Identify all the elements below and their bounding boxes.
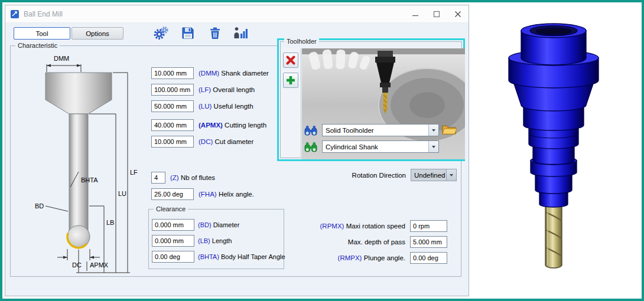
label-shank-diameter: Shank diameter [221, 70, 269, 77]
toolholder-group: Toolholder [280, 41, 462, 158]
body-half-taper-input[interactable] [152, 251, 194, 263]
overall-length-input[interactable] [151, 84, 194, 96]
code-bd: (BD) [198, 221, 212, 228]
minimize-icon [412, 11, 419, 18]
clearance-group-label: Clearance [154, 205, 188, 213]
dim-label-bd: BD [35, 202, 44, 210]
useful-length-label: (LU) Useful length [199, 103, 253, 110]
label-helix-angle: Helix angle. [219, 191, 254, 198]
dim-label-dc: DC [72, 261, 82, 269]
tab-tool[interactable]: Tool [14, 27, 70, 40]
overall-length-label: (LF) Overall length [199, 86, 255, 93]
flutes-input[interactable] [151, 172, 165, 184]
label-flutes: Nb of flutes [181, 174, 215, 181]
useful-length-row: (LU) Useful length [151, 100, 253, 112]
max-rotation-speed-input[interactable] [410, 220, 447, 232]
label-useful-length: Useful length [214, 103, 253, 110]
cutting-length-label: (APMX) Cutting length [199, 122, 266, 129]
useful-length-input[interactable] [151, 100, 194, 112]
window-controls [405, 5, 469, 22]
maximize-icon [433, 11, 440, 18]
search-toolholder-button[interactable] [304, 125, 317, 139]
tool-silhouette [45, 73, 112, 248]
window-title: Ball End Mill [24, 10, 63, 18]
clearance-diameter-label: (BD) Diameter [198, 221, 239, 228]
clearance-length-label: (LB) Length [198, 237, 232, 244]
dim-label-lu: LU [118, 190, 126, 197]
toolholder-group-label: Toolholder [284, 37, 319, 45]
cutting-length-row: (APMX) Cutting length [151, 119, 266, 131]
plunge-angle-row: (RMPX) Plunge angle. [253, 251, 447, 264]
ball-end-mill-dialog: Ball End Mill Tool Options [5, 5, 469, 296]
statistics-glyph [233, 26, 249, 40]
flutes-row: (Z) Nb of flutes [151, 171, 215, 184]
floppy-glyph [181, 26, 195, 40]
shank-diameter-row: (DMM) Shank diameter [151, 67, 269, 79]
app-icon-glyph [10, 9, 19, 19]
clearance-diameter-input[interactable] [152, 219, 194, 231]
open-catalog-folder-icon [441, 122, 457, 136]
max-depth-of-pass-input[interactable] [410, 236, 447, 248]
shank-diameter-input[interactable] [151, 67, 194, 79]
toolholder-type-select[interactable]: Solid Toolholder [322, 124, 439, 136]
add-toolholder-button[interactable] [283, 73, 298, 88]
code-lu: (LU) [199, 103, 212, 110]
cutting-length-input[interactable] [151, 119, 194, 131]
plunge-angle-label: (RMPX) Plunge angle. [338, 254, 405, 261]
cut-diameter-input[interactable] [151, 136, 194, 148]
add-plus-icon [285, 75, 296, 86]
screenshot-frame: Ball End Mill Tool Options [0, 0, 644, 301]
holder-body [509, 24, 599, 268]
label-clearance-length: Length [212, 237, 232, 244]
tab-options[interactable]: Options [71, 27, 123, 40]
gears-glyph [153, 25, 168, 41]
toolholder-type-dropdown-button[interactable] [428, 125, 438, 136]
settings-gears-icon[interactable] [153, 25, 168, 41]
dim-label-bhta: BHTA [81, 176, 98, 184]
clearance-length-input[interactable] [152, 235, 194, 247]
clearance-length-row: (LB) Length [152, 234, 232, 247]
max-depth-of-pass-label: Max. depth of pass [348, 238, 405, 246]
close-button[interactable] [447, 5, 469, 22]
save-icon[interactable] [180, 25, 196, 41]
code-lb: (LB) [198, 237, 210, 244]
open-toolholder-catalog-button[interactable] [441, 122, 457, 139]
clearance-diameter-row: (BD) Diameter [152, 218, 239, 231]
maximize-button[interactable] [426, 5, 447, 22]
code-lf: (LF) [199, 86, 211, 93]
statistics-icon[interactable] [233, 25, 249, 41]
plunge-angle-input[interactable] [410, 252, 447, 264]
code-rmpx: (RMPX) [338, 254, 362, 261]
rotation-direction-dropdown-button[interactable] [446, 169, 456, 181]
dim-label-apmx: APMX [90, 261, 109, 269]
helix-angle-label: (FHA) Helix angle. [199, 191, 254, 198]
delete-icon[interactable] [207, 25, 223, 41]
helix-angle-row: (FHA) Helix angle. [151, 188, 254, 200]
search-shank-button[interactable] [304, 141, 317, 155]
flutes-label: (Z) Nb of flutes [170, 174, 215, 181]
cut-diameter-label: (DC) Cut diameter [199, 138, 253, 145]
max-rotation-speed-row: (RPMX) Maxi rotation speed [253, 220, 447, 232]
binoculars-blue-icon [304, 125, 317, 136]
shank-type-select[interactable]: Cylindrical Shank [322, 140, 439, 153]
dim-label-lf: LF [130, 169, 138, 176]
cut-diameter-row: (DC) Cut diameter [151, 135, 253, 148]
remove-toolholder-button[interactable] [283, 53, 298, 68]
label-plunge-angle: Plunge angle. [364, 254, 405, 261]
label-clearance-diameter: Diameter [213, 221, 240, 228]
remove-x-icon [285, 55, 296, 66]
minimize-button[interactable] [405, 5, 426, 22]
overall-length-row: (LF) Overall length [151, 83, 255, 96]
rotation-direction-select[interactable]: Undefined [411, 169, 457, 181]
max-depth-of-pass-row: Max. depth of pass [253, 235, 447, 248]
helix-angle-input[interactable] [151, 188, 194, 200]
dim-label-dmm: DMM [54, 55, 69, 62]
shank-diameter-label: (DMM) Shank diameter [199, 70, 269, 77]
toolholder-highlight-box: Toolholder [277, 38, 465, 161]
chevron-down-icon [432, 146, 435, 148]
label-cut-diameter: Cut diameter [214, 138, 253, 145]
shank-type-dropdown-button[interactable] [428, 141, 438, 152]
3d-viewport[interactable] [469, 5, 643, 297]
characteristic-group-label: Characteristic [15, 41, 60, 50]
chevron-down-icon [432, 129, 435, 132]
